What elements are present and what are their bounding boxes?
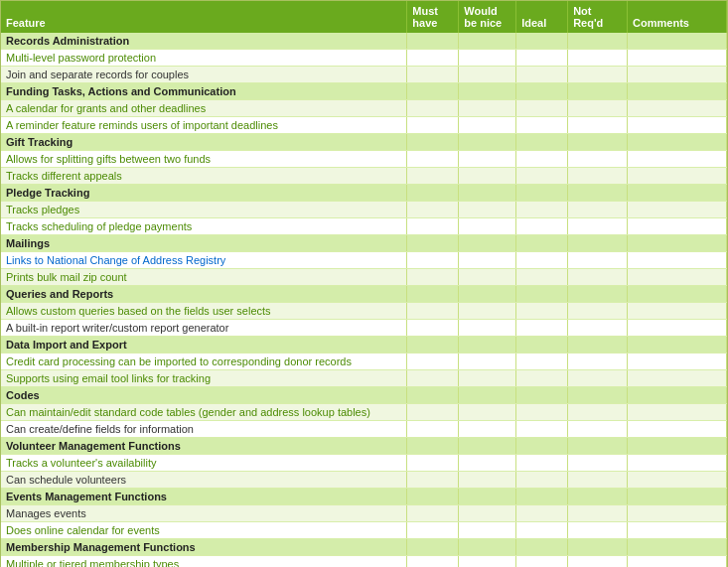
ideal-cell (516, 269, 568, 286)
feature-cell: Can create/define fields for information (1, 421, 407, 438)
feature-cell: Multiple or tiered membership types (1, 556, 407, 568)
comments-cell (628, 505, 727, 522)
not-reqd-cell (568, 286, 628, 303)
feature-cell: Mailings (1, 235, 407, 252)
comments-cell (628, 337, 727, 354)
ideal-cell (516, 218, 568, 235)
ideal-cell (516, 202, 568, 218)
ideal-cell (516, 286, 568, 303)
not-reqd-cell (568, 33, 628, 50)
must-have-cell (407, 370, 459, 387)
must-have-cell (407, 489, 459, 505)
ideal-cell (516, 168, 568, 185)
ideal-cell (516, 455, 568, 472)
ideal-cell (516, 370, 568, 387)
comments-cell (628, 151, 727, 168)
feature-cell: Events Management Functions (1, 489, 407, 505)
not-reqd-cell (568, 472, 628, 489)
must-have-cell (407, 522, 459, 539)
not-reqd-cell (568, 151, 628, 168)
would-be-nice-cell (459, 556, 516, 568)
must-have-cell (407, 67, 459, 83)
would-be-nice-cell (459, 286, 516, 303)
would-be-nice-cell (459, 421, 516, 438)
would-be-nice-cell (459, 337, 516, 354)
comments-cell (628, 539, 727, 556)
feature-cell: Codes (1, 387, 407, 404)
ideal-cell (516, 151, 568, 168)
ideal-cell (516, 489, 568, 505)
comments-cell (628, 83, 727, 100)
feature-cell: A reminder feature reminds users of impo… (1, 117, 407, 134)
must-have-column-header: Must have (407, 1, 459, 33)
feature-cell: Tracks a volunteer's availability (1, 455, 407, 472)
feature-cell: Credit card processing can be imported t… (1, 354, 407, 370)
must-have-cell (407, 438, 459, 455)
comments-cell (628, 522, 727, 539)
ideal-cell (516, 185, 568, 202)
ideal-cell (516, 556, 568, 568)
feature-cell: Pledge Tracking (1, 185, 407, 202)
must-have-cell (407, 354, 459, 370)
would-be-nice-cell (459, 83, 516, 100)
comments-cell (628, 320, 727, 337)
not-reqd-cell (568, 100, 628, 117)
not-reqd-cell (568, 387, 628, 404)
ideal-column-header: Ideal (516, 1, 568, 33)
must-have-cell (407, 455, 459, 472)
comments-cell (628, 303, 727, 320)
must-have-cell (407, 168, 459, 185)
must-have-cell (407, 117, 459, 134)
must-have-cell (407, 505, 459, 522)
must-have-cell (407, 252, 459, 269)
not-reqd-cell (568, 168, 628, 185)
comments-cell (628, 354, 727, 370)
must-have-cell (407, 269, 459, 286)
comments-cell (628, 218, 727, 235)
would-be-nice-cell (459, 404, 516, 421)
ideal-cell (516, 539, 568, 556)
must-have-cell (407, 303, 459, 320)
would-be-nice-cell (459, 100, 516, 117)
comments-cell (628, 438, 727, 455)
feature-cell: Tracks different appeals (1, 168, 407, 185)
would-be-nice-cell (459, 185, 516, 202)
would-be-nice-column-header: Would be nice (459, 1, 516, 33)
would-be-nice-cell (459, 252, 516, 269)
ideal-cell (516, 100, 568, 117)
feature-cell: Tracks pledges (1, 202, 407, 218)
not-reqd-cell (568, 134, 628, 151)
would-be-nice-cell (459, 117, 516, 134)
must-have-cell (407, 337, 459, 354)
not-reqd-cell (568, 202, 628, 218)
comments-cell (628, 252, 727, 269)
feature-cell: Tracks scheduling of pledge payments (1, 218, 407, 235)
comments-cell (628, 421, 727, 438)
must-have-cell (407, 421, 459, 438)
ideal-cell (516, 117, 568, 134)
not-reqd-cell (568, 354, 628, 370)
feature-column-header: Feature (1, 1, 407, 33)
not-reqd-cell (568, 303, 628, 320)
ideal-cell (516, 235, 568, 252)
not-reqd-cell (568, 235, 628, 252)
would-be-nice-cell (459, 489, 516, 505)
would-be-nice-cell (459, 455, 516, 472)
must-have-cell (407, 83, 459, 100)
not-reqd-cell (568, 539, 628, 556)
would-be-nice-cell (459, 354, 516, 370)
must-have-cell (407, 185, 459, 202)
feature-cell: Queries and Reports (1, 286, 407, 303)
would-be-nice-cell (459, 303, 516, 320)
comments-cell (628, 472, 727, 489)
ideal-cell (516, 252, 568, 269)
ideal-cell (516, 354, 568, 370)
ideal-cell (516, 320, 568, 337)
must-have-cell (407, 320, 459, 337)
comments-cell (628, 33, 727, 50)
would-be-nice-cell (459, 33, 516, 50)
comments-cell (628, 455, 727, 472)
must-have-cell (407, 556, 459, 568)
not-reqd-cell (568, 185, 628, 202)
ideal-cell (516, 472, 568, 489)
